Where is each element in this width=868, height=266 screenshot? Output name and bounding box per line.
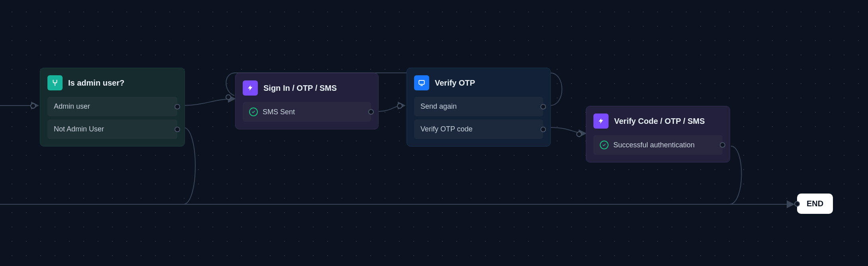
node-verify-code[interactable]: Verify Code / OTP / SMS Successful authe… [586, 106, 730, 162]
end-node[interactable]: END [797, 194, 833, 214]
port-out[interactable] [540, 104, 546, 110]
port-in[interactable] [30, 103, 36, 109]
port-out[interactable] [368, 109, 374, 115]
node-header: Is admin user? [47, 75, 177, 90]
node-title: Is admin user? [68, 78, 124, 88]
row-verify-code[interactable]: Verify OTP code [414, 119, 543, 139]
row-sms-sent[interactable]: SMS Sent [243, 102, 371, 122]
node-sign-in[interactable]: Sign In / OTP / SMS SMS Sent [235, 73, 379, 129]
check-icon [249, 108, 258, 116]
screen-icon [414, 75, 429, 90]
node-header: Sign In / OTP / SMS [243, 80, 371, 96]
port-in[interactable] [576, 131, 582, 137]
row-label: Verify OTP code [420, 125, 473, 133]
node-title: Verify Code / OTP / SMS [614, 117, 705, 126]
port-out[interactable] [540, 127, 546, 132]
port-out[interactable] [175, 104, 180, 110]
node-title: Verify OTP [435, 78, 475, 88]
check-icon [600, 141, 609, 149]
lightning-icon [593, 113, 609, 129]
svg-rect-1 [419, 80, 424, 84]
row-label: Successful authentication [613, 141, 695, 149]
port-in[interactable] [226, 94, 231, 100]
node-header: Verify OTP [414, 75, 543, 90]
node-title: Sign In / OTP / SMS [263, 84, 337, 93]
node-verify-otp[interactable]: Verify OTP Send again Verify OTP code [407, 68, 551, 147]
row-success-auth[interactable]: Successful authentication [593, 135, 723, 155]
port-out[interactable] [720, 142, 725, 148]
row-label: Send again [420, 102, 457, 111]
branch-icon [47, 75, 63, 90]
flow-canvas[interactable]: Is admin user? Admin user Not Admin User… [0, 0, 868, 266]
row-admin-user[interactable]: Admin user [47, 97, 177, 116]
port-in[interactable] [794, 201, 800, 207]
port-in[interactable] [397, 103, 403, 109]
row-label: Not Admin User [54, 125, 104, 133]
lightning-icon [243, 80, 258, 96]
row-label: SMS Sent [263, 108, 295, 116]
row-send-again[interactable]: Send again [414, 97, 543, 116]
port-out[interactable] [175, 127, 180, 132]
node-is-admin[interactable]: Is admin user? Admin user Not Admin User [40, 68, 185, 147]
row-not-admin[interactable]: Not Admin User [47, 119, 177, 139]
node-header: Verify Code / OTP / SMS [593, 113, 723, 129]
end-label: END [807, 199, 823, 208]
row-label: Admin user [54, 102, 90, 111]
